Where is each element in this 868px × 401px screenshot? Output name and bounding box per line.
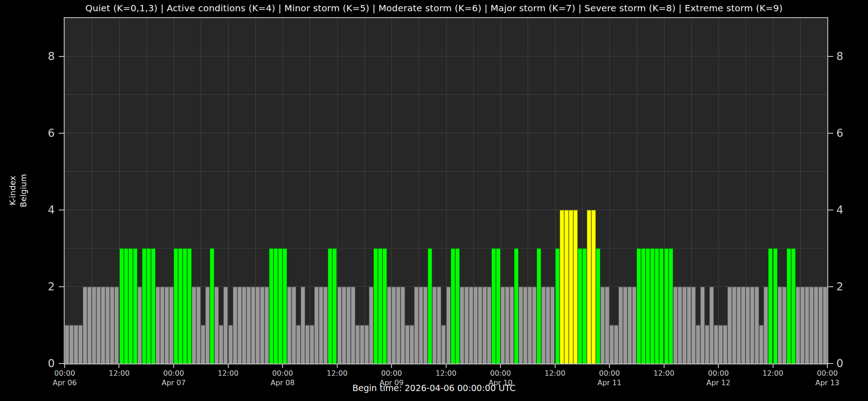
bar (223, 287, 228, 364)
bar (114, 287, 119, 364)
bar (732, 287, 736, 364)
bar (709, 287, 714, 364)
bar (328, 248, 332, 364)
bar (768, 248, 773, 364)
bar (682, 287, 687, 364)
bar (564, 210, 569, 364)
y-tick-label: 4 (836, 205, 843, 215)
bar (105, 287, 110, 364)
bar (800, 287, 805, 364)
x-gridline (718, 18, 719, 364)
bar (496, 248, 500, 364)
bar (487, 287, 491, 364)
bar (210, 248, 214, 364)
x-tick-time-label: 00:00 (272, 369, 293, 378)
bar (537, 248, 541, 364)
bar (205, 287, 210, 364)
y-axis-label-line2: Belgium (18, 174, 29, 207)
x-tick (555, 364, 556, 368)
x-tick-time-label: 12:00 (544, 369, 565, 378)
x-tick (118, 364, 119, 368)
bar (178, 248, 183, 364)
bar (301, 287, 305, 364)
bar (156, 287, 160, 364)
bar (228, 325, 233, 364)
bar (455, 248, 460, 364)
bar (655, 248, 659, 364)
bar (469, 287, 473, 364)
bar (332, 248, 337, 364)
bar (587, 210, 591, 364)
bar (74, 325, 78, 364)
x-tick (337, 364, 338, 368)
bar (269, 248, 274, 364)
bar (410, 325, 414, 364)
bar (473, 287, 478, 364)
y-tick (827, 133, 833, 134)
bar (319, 287, 323, 364)
bar (778, 287, 782, 364)
bar (514, 248, 519, 364)
bar (246, 287, 251, 364)
bar (233, 287, 237, 364)
bar (174, 248, 178, 364)
bar (392, 287, 396, 364)
bar (460, 287, 464, 364)
x-tick (282, 364, 283, 368)
x-tick (391, 364, 392, 368)
y-axis-label-line1: K-index (7, 174, 18, 207)
x-gridline (310, 18, 310, 364)
y-tick-label: 6 (48, 128, 55, 139)
y-tick-label: 2 (48, 281, 55, 292)
bar (727, 287, 732, 364)
bar (137, 287, 142, 364)
bar (432, 287, 437, 364)
x-gridline (609, 18, 610, 364)
bar (69, 325, 74, 364)
x-tick-time-label: 12:00 (435, 369, 456, 378)
bar (237, 287, 242, 364)
bar (796, 287, 800, 364)
bar (196, 287, 201, 364)
bar (464, 287, 469, 364)
bar (278, 248, 283, 364)
x-tick-time-label: 00:00 (490, 369, 511, 378)
bar (573, 210, 578, 364)
y-tick (827, 56, 833, 57)
x-tick-time-label: 12:00 (217, 369, 238, 378)
plot-area: 002244668800:00Apr 0612:0000:00Apr 0712:… (64, 17, 828, 364)
y-tick-label: 2 (836, 281, 843, 292)
bar (759, 325, 764, 364)
y-tick (827, 286, 833, 287)
bar (351, 287, 355, 364)
x-gridline (228, 18, 229, 364)
bar (791, 248, 796, 364)
bar (528, 287, 532, 364)
bar (823, 287, 827, 364)
bar (124, 248, 128, 364)
bar (632, 287, 637, 364)
bar (382, 248, 387, 364)
bar (65, 325, 69, 364)
bar (142, 248, 146, 364)
x-tick (609, 364, 610, 368)
chart-title: Quiet (K=0,1,3) | Active conditions (K=4… (0, 3, 868, 14)
bar (419, 287, 423, 364)
bar (255, 287, 260, 364)
bar (251, 287, 255, 364)
x-gridline (201, 18, 201, 364)
bar (637, 248, 641, 364)
bar (736, 287, 741, 364)
bar (714, 325, 718, 364)
bar (673, 287, 678, 364)
bar (346, 287, 351, 364)
y-axis-label: K-index Belgium (7, 174, 29, 207)
bar (101, 287, 105, 364)
bar (396, 287, 401, 364)
bar (546, 287, 550, 364)
y-tick (59, 286, 65, 287)
x-tick-time-label: 12:00 (326, 369, 347, 378)
bar (596, 248, 600, 364)
bar (600, 287, 605, 364)
y-tick-label: 0 (836, 358, 843, 369)
